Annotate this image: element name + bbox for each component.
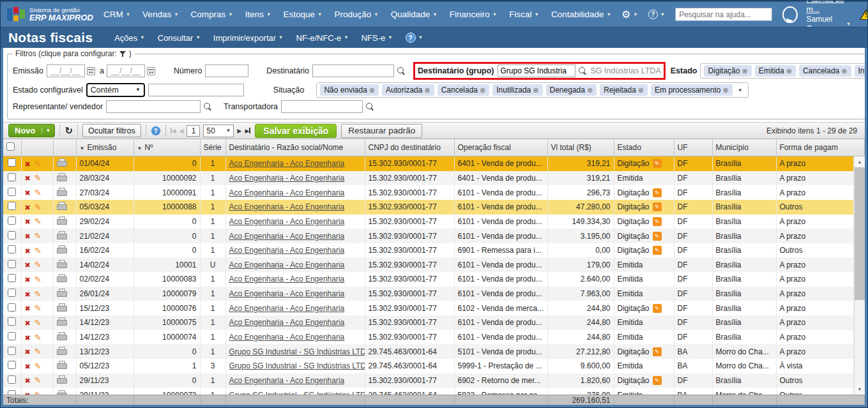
destinatario-link[interactable]: Aco Engenharia - Aco Engenharia — [229, 174, 345, 183]
destinatario-link[interactable]: Aco Engenharia - Aco Engenharia — [229, 318, 345, 327]
edit-state-icon[interactable]: ✎ — [653, 159, 662, 168]
page-menu-nf-e-nfc-e[interactable]: NF-e/NFC-e▼ — [296, 33, 349, 43]
print-icon[interactable] — [57, 274, 67, 282]
help-icon[interactable]: ? — [151, 126, 161, 136]
destinatario-link[interactable]: Grupo SG Industrial - SG Indústrias LTDA — [229, 361, 365, 370]
chip-remove-icon[interactable]: ⊗ — [742, 67, 747, 75]
col-emissao[interactable]: ▼Emissão — [76, 139, 133, 156]
menu-crm[interactable]: CRM▼ — [103, 10, 130, 19]
filters-legend[interactable]: Filtros (clique para configurar:) — [13, 49, 134, 58]
row-checkbox[interactable] — [8, 158, 16, 167]
chip-remove-icon[interactable]: ⊗ — [786, 67, 792, 75]
edit-icon[interactable]: ✎ — [34, 333, 42, 342]
col-serie[interactable]: Série — [200, 139, 225, 156]
delete-icon[interactable]: ✖ — [25, 160, 31, 168]
print-icon[interactable] — [57, 245, 67, 253]
row-checkbox[interactable] — [8, 303, 16, 312]
refresh-icon[interactable]: ↻ — [65, 125, 73, 137]
salvar-exibicao-button[interactable]: Salvar exibição — [255, 124, 337, 138]
print-icon[interactable] — [57, 289, 67, 297]
menu-compras[interactable]: Compras▼ — [191, 10, 233, 19]
col-destinatario[interactable]: Destinatário - Razão social/Nome — [225, 139, 365, 156]
row-checkbox[interactable] — [8, 317, 16, 326]
row-checkbox[interactable] — [8, 332, 16, 340]
chip-remove-icon[interactable]: ⊗ — [722, 86, 728, 94]
edit-state-icon[interactable]: ✎ — [653, 232, 662, 241]
print-icon[interactable] — [57, 347, 67, 355]
col-numero[interactable]: ▼Nº — [133, 139, 200, 156]
print-icon[interactable] — [57, 188, 67, 196]
row-checkbox[interactable] — [8, 289, 16, 297]
chip-remove-icon[interactable]: ⊗ — [480, 86, 485, 94]
edit-icon[interactable]: ✎ — [34, 275, 42, 284]
prev-page-button[interactable]: ◀ — [179, 128, 184, 134]
print-icon[interactable] — [57, 202, 67, 210]
row-checkbox[interactable] — [8, 260, 16, 268]
delete-icon[interactable]: ✖ — [25, 363, 31, 370]
row-checkbox[interactable] — [8, 361, 16, 369]
edit-icon[interactable]: ✎ — [34, 159, 42, 169]
edit-state-icon[interactable]: ✎ — [653, 304, 662, 313]
destinatario-link[interactable]: Grupo SG Industrial - SG Indústrias LTDA — [229, 347, 365, 356]
chat-icon[interactable] — [782, 6, 797, 23]
row-checkbox[interactable] — [8, 375, 16, 384]
last-page-button[interactable]: ▶ — [245, 128, 250, 134]
print-icon[interactable] — [57, 375, 67, 384]
page-size-select[interactable]: 50▼ — [203, 125, 234, 137]
print-icon[interactable] — [57, 361, 67, 369]
destinatario-link[interactable]: Aco Engenharia - Aco Engenharia — [229, 304, 345, 313]
edit-state-icon[interactable]: ✎ — [653, 202, 662, 211]
filter-chip[interactable]: Em processamento⊗ — [651, 84, 733, 96]
delete-icon[interactable]: ✖ — [25, 247, 31, 255]
ocultar-filtros-button[interactable]: Ocultar filtros — [82, 124, 141, 137]
edit-icon[interactable]: ✎ — [34, 246, 42, 255]
col-uf[interactable]: UF — [674, 139, 712, 156]
help-menu[interactable]: ?▼ — [648, 10, 665, 19]
destinatario-link[interactable]: Aco Engenharia - Aco Engenharia — [229, 289, 345, 298]
scrollbar-thumb[interactable] — [855, 167, 865, 300]
delete-icon[interactable]: ✖ — [25, 319, 31, 327]
delete-icon[interactable]: ✖ — [25, 377, 31, 384]
delete-icon[interactable]: ✖ — [25, 174, 31, 182]
edit-state-icon[interactable]: ✎ — [653, 246, 662, 255]
search-icon[interactable] — [397, 66, 406, 75]
destinatario-link[interactable]: Aco Engenharia - Aco Engenharia — [229, 159, 345, 168]
vertical-scrollbar[interactable]: ▲ ▼ — [854, 156, 865, 395]
col-municipio[interactable]: Município — [712, 139, 776, 156]
page-menu-consultar[interactable]: Consultar▼ — [158, 33, 201, 43]
representante-input[interactable] — [106, 100, 201, 113]
filter-chip[interactable]: Inutilizada⊗ — [492, 84, 542, 96]
novo-button[interactable]: Novo▼ — [8, 124, 55, 137]
chip-remove-icon[interactable]: ⊗ — [369, 86, 375, 94]
calendar-icon[interactable] — [87, 67, 95, 75]
destinatario-link[interactable]: Aco Engenharia - Aco Engenharia — [229, 275, 345, 283]
edit-icon[interactable]: ✎ — [34, 216, 42, 226]
print-icon[interactable] — [57, 317, 67, 326]
search-icon[interactable] — [365, 102, 374, 111]
edit-icon[interactable]: ✎ — [34, 347, 42, 356]
delete-icon[interactable]: ✖ — [25, 218, 31, 225]
edit-icon[interactable]: ✎ — [34, 231, 42, 241]
print-icon[interactable] — [57, 173, 67, 181]
delete-icon[interactable]: ✖ — [25, 261, 31, 269]
menu-estoque[interactable]: Estoque▼ — [284, 10, 323, 19]
print-icon[interactable] — [57, 390, 67, 395]
edit-state-icon[interactable]: ✎ — [653, 376, 662, 385]
destinatario-link[interactable]: Aco Engenharia - Aco Engenharia — [229, 217, 345, 226]
search-icon[interactable] — [203, 102, 212, 111]
print-icon[interactable] — [57, 303, 67, 312]
row-checkbox[interactable] — [8, 202, 16, 210]
menu-fiscal[interactable]: Fiscal▼ — [509, 10, 539, 19]
row-checkbox[interactable] — [8, 274, 16, 282]
menu-financeiro[interactable]: Financeiro▼ — [450, 10, 497, 19]
destinatario-link[interactable]: Aco Engenharia - Aco Engenharia — [229, 188, 345, 197]
row-checkbox[interactable] — [8, 347, 16, 355]
edit-icon[interactable]: ✎ — [34, 318, 42, 328]
page-menu-nfs-e[interactable]: NFS-e▼ — [362, 33, 393, 43]
col-estado[interactable]: Estado — [614, 139, 674, 156]
estado-conf-select[interactable]: Contém▼ — [86, 83, 145, 97]
scroll-down-icon[interactable]: ▼ — [855, 384, 865, 395]
row-checkbox[interactable] — [8, 216, 16, 225]
print-icon[interactable] — [57, 260, 67, 268]
edit-icon[interactable]: ✎ — [34, 361, 42, 371]
